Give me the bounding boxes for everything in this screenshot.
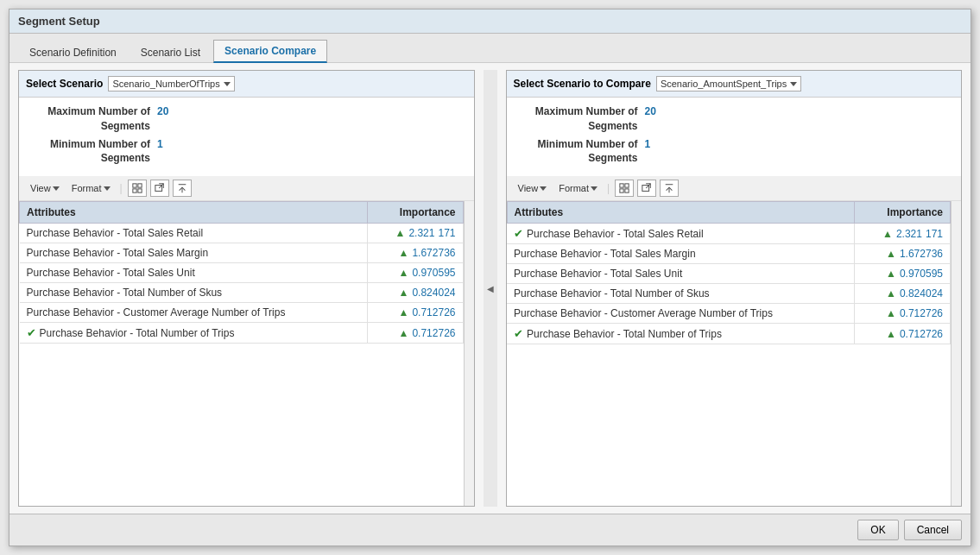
table-row: Purchase Behavior - Customer Average Num… (20, 303, 464, 323)
left-table-wrapper[interactable]: Attributes Importance Purchase Behavior … (19, 201, 464, 506)
left-max-segments-label: Maximum Number of Segments (29, 104, 150, 134)
attr-cell: ✔Purchase Behavior - Total Number of Tri… (507, 324, 855, 344)
attr-cell: Purchase Behavior - Total Number of Skus (507, 284, 855, 304)
dialog-body: Select Scenario Scenario_NumberOfTrips M… (9, 63, 971, 514)
up-arrow-icon: ▲ (886, 328, 896, 340)
table-row: ✔Purchase Behavior - Total Sales Retail▲… (507, 224, 951, 244)
left-scenario-name: Scenario_NumberOfTrips (112, 79, 219, 89)
attr-cell: Purchase Behavior - Total Sales Margin (20, 243, 368, 263)
up-arrow-icon: ▲ (886, 287, 896, 300)
svg-rect-2 (132, 189, 136, 192)
ok-button[interactable]: OK (857, 520, 898, 540)
left-panel-header: Select Scenario Scenario_NumberOfTrips (19, 71, 474, 98)
left-grid-icon-button[interactable] (128, 180, 147, 197)
attr-cell: ✔Purchase Behavior - Total Number of Tri… (20, 323, 368, 344)
tab-scenario-compare[interactable]: Scenario Compare (213, 40, 327, 63)
right-min-segments-label: Minimum Number of Segments (517, 137, 638, 167)
importance-cell: ▲0.824024 (367, 283, 463, 303)
left-detach-icon-button[interactable] (150, 180, 169, 197)
attr-cell: Purchase Behavior - Total Sales Margin (507, 244, 855, 264)
importance-cell: ▲0.712726 (855, 324, 951, 344)
left-table: Attributes Importance Purchase Behavior … (19, 201, 464, 344)
table-row: Purchase Behavior - Total Sales Margin▲1… (507, 244, 951, 264)
svg-rect-8 (625, 184, 629, 187)
importance-value: 0.970595 (412, 267, 455, 279)
left-min-segments-row: Minimum Number of Segments 1 (29, 137, 464, 167)
right-min-segments-row: Minimum Number of Segments 1 (517, 137, 952, 167)
table-row: Purchase Behavior - Total Sales Unit▲0.9… (20, 263, 464, 283)
right-detach-icon-button[interactable] (637, 180, 656, 197)
left-info-section: Maximum Number of Segments 20 Minimum Nu… (19, 98, 474, 176)
left-max-segments-row: Maximum Number of Segments 20 (29, 104, 464, 134)
left-col-importance: Importance (367, 202, 463, 224)
right-select-scenario-label: Select Scenario to Compare (514, 78, 651, 90)
right-export-icon-button[interactable] (660, 180, 679, 197)
table-row: Purchase Behavior - Total Number of Skus… (20, 283, 464, 303)
importance-value: 0.712726 (412, 327, 455, 339)
left-scenario-dropdown[interactable]: Scenario_NumberOfTrips (108, 76, 234, 91)
right-table-container: Attributes Importance ✔Purchase Behavior… (507, 201, 952, 506)
right-panel-header: Select Scenario to Compare Scenario_Amou… (507, 71, 962, 98)
importance-cell: ▲2.321171 (367, 224, 463, 243)
right-scenario-dropdown[interactable]: Scenario_AmountSpent_Trips (656, 76, 801, 91)
segment-setup-dialog: Segment Setup Scenario Definition Scenar… (9, 9, 971, 546)
table-row: ✔Purchase Behavior - Total Number of Tri… (507, 324, 951, 344)
attr-cell: Purchase Behavior - Total Number of Skus (20, 283, 368, 303)
dialog-title: Segment Setup (9, 9, 971, 34)
left-scrollbar[interactable] (464, 201, 474, 506)
importance-cell: ▲0.970595 (855, 264, 951, 284)
up-arrow-icon: ▲ (399, 247, 409, 259)
left-panel-content-row: Attributes Importance Purchase Behavior … (19, 201, 474, 506)
right-format-button[interactable]: Format (554, 181, 602, 195)
right-table-wrapper[interactable]: Attributes Importance ✔Purchase Behavior… (507, 201, 952, 506)
up-arrow-icon: ▲ (399, 287, 409, 299)
importance-value: 2.321 (896, 228, 922, 240)
importance-cell: ▲0.712726 (367, 303, 463, 323)
left-min-segments-value: 1 (157, 138, 163, 150)
tab-scenario-list[interactable]: Scenario List (130, 41, 212, 63)
up-arrow-icon: ▲ (399, 327, 409, 339)
importance-value: 0.712726 (900, 307, 943, 319)
up-arrow-icon: ▲ (886, 268, 896, 280)
right-view-arrow-icon (540, 186, 547, 191)
svg-rect-0 (132, 184, 136, 187)
importance-cell: ▲0.970595 (367, 263, 463, 283)
right-col-attributes: Attributes (507, 202, 855, 224)
table-row: Purchase Behavior - Total Sales Unit▲0.9… (507, 264, 951, 284)
right-scrollbar[interactable] (951, 201, 961, 506)
attr-cell: Purchase Behavior - Customer Average Num… (20, 303, 368, 323)
footer-bar: OK Cancel (9, 514, 971, 546)
right-grid-icon-button[interactable] (615, 180, 634, 197)
importance-value: 0.712726 (900, 328, 943, 340)
importance-value: 0.712726 (412, 306, 455, 318)
right-format-arrow-icon (591, 186, 597, 191)
cancel-button[interactable]: Cancel (904, 520, 962, 540)
right-col-importance: Importance (855, 202, 951, 224)
left-select-scenario-label: Select Scenario (26, 78, 103, 90)
left-format-button[interactable]: Format (67, 181, 115, 195)
tab-scenario-definition[interactable]: Scenario Definition (18, 41, 128, 63)
left-view-button[interactable]: View (26, 181, 64, 195)
svg-rect-7 (620, 184, 623, 187)
side-collapse-arrow[interactable]: ◀ (484, 70, 497, 507)
attr-cell: Purchase Behavior - Total Sales Unit (20, 263, 368, 283)
left-panel: Select Scenario Scenario_NumberOfTrips M… (18, 70, 475, 507)
svg-rect-1 (137, 184, 141, 187)
right-table: Attributes Importance ✔Purchase Behavior… (507, 201, 952, 344)
right-max-segments-row: Maximum Number of Segments 20 (517, 104, 952, 134)
importance-cell: ▲0.824024 (855, 284, 951, 304)
left-col-attributes: Attributes (20, 202, 368, 224)
attr-cell: Purchase Behavior - Total Sales Unit (507, 264, 855, 284)
importance-value: 1.672736 (900, 248, 943, 260)
up-arrow-icon: ▲ (399, 267, 409, 279)
attr-cell: Purchase Behavior - Total Sales Retail (20, 224, 368, 243)
checkmark-icon: ✔ (514, 227, 523, 240)
svg-line-5 (159, 184, 163, 188)
right-view-button[interactable]: View (514, 181, 552, 195)
importance-cell: ▲1.672736 (367, 243, 463, 263)
importance-value: 0.970595 (900, 268, 943, 280)
left-export-icon-button[interactable] (173, 180, 192, 197)
up-arrow-icon: ▲ (886, 248, 896, 260)
checkmark-icon: ✔ (514, 327, 523, 340)
right-min-segments-value: 1 (645, 138, 651, 150)
